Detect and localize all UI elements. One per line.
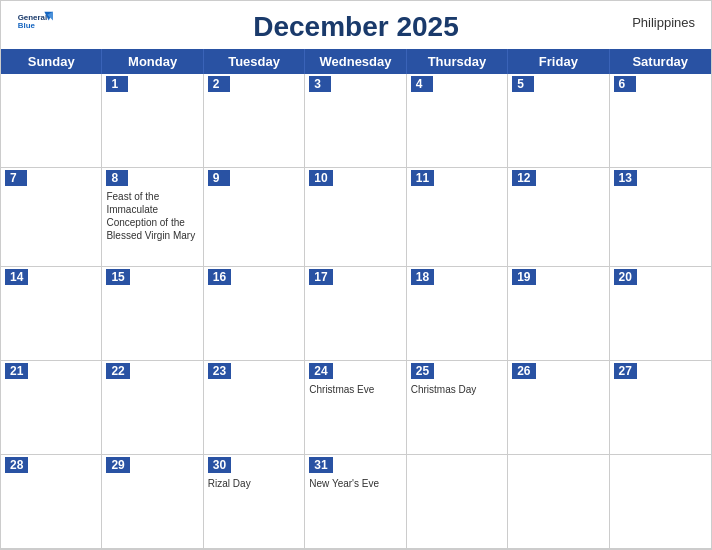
date-num: 5 — [512, 76, 534, 92]
cell-w1-sun — [1, 74, 102, 168]
cell-w1-tue: 2 — [204, 74, 305, 168]
date-num — [614, 457, 636, 459]
date-num: 23 — [208, 363, 231, 379]
cell-w1-fri: 5 — [508, 74, 609, 168]
date-num: 24 — [309, 363, 332, 379]
date-num: 17 — [309, 269, 332, 285]
cell-w3-tue: 16 — [204, 267, 305, 361]
cell-w5-mon: 29 — [102, 455, 203, 549]
date-num: 25 — [411, 363, 434, 379]
cell-w4-wed: 24 Christmas Eve — [305, 361, 406, 455]
event-immaculate-conception: Feast of the Immaculate Conception of th… — [106, 190, 198, 242]
event-christmas-day: Christmas Day — [411, 383, 503, 396]
date-num — [411, 457, 433, 459]
cell-w3-fri: 19 — [508, 267, 609, 361]
cell-w3-sun: 14 — [1, 267, 102, 361]
day-monday: Monday — [102, 49, 203, 74]
date-num: 9 — [208, 170, 230, 186]
event-rizal-day: Rizal Day — [208, 477, 300, 490]
cell-w5-thu — [407, 455, 508, 549]
date-num: 4 — [411, 76, 433, 92]
date-num: 21 — [5, 363, 28, 379]
day-tuesday: Tuesday — [204, 49, 305, 74]
logo: General Blue — [17, 9, 53, 37]
day-friday: Friday — [508, 49, 609, 74]
date-num: 26 — [512, 363, 535, 379]
date-num: 27 — [614, 363, 637, 379]
calendar-grid: 1 2 3 4 5 6 7 8 Feast of the Immaculate … — [1, 74, 711, 549]
date-num: 20 — [614, 269, 637, 285]
cell-w5-fri — [508, 455, 609, 549]
cell-w2-wed: 10 — [305, 168, 406, 267]
cell-w5-sun: 28 — [1, 455, 102, 549]
cell-w2-fri: 12 — [508, 168, 609, 267]
cell-w5-tue: 30 Rizal Day — [204, 455, 305, 549]
date-num: 2 — [208, 76, 230, 92]
cell-w1-sat: 6 — [610, 74, 711, 168]
cell-w3-thu: 18 — [407, 267, 508, 361]
cell-w4-tue: 23 — [204, 361, 305, 455]
country-label: Philippines — [632, 15, 695, 30]
day-saturday: Saturday — [610, 49, 711, 74]
date-num: 31 — [309, 457, 332, 473]
date-num: 16 — [208, 269, 231, 285]
logo-icon: General Blue — [17, 9, 53, 37]
date-num: 12 — [512, 170, 535, 186]
calendar-header: General Blue December 2025 Philippines — [1, 1, 711, 49]
cell-w4-sat: 27 — [610, 361, 711, 455]
cell-w1-thu: 4 — [407, 74, 508, 168]
cell-w1-wed: 3 — [305, 74, 406, 168]
date-num: 8 — [106, 170, 128, 186]
event-new-years-eve: New Year's Eve — [309, 477, 401, 490]
date-num: 22 — [106, 363, 129, 379]
calendar-title: December 2025 — [253, 11, 458, 43]
day-thursday: Thursday — [407, 49, 508, 74]
cell-w3-mon: 15 — [102, 267, 203, 361]
cell-w4-fri: 26 — [508, 361, 609, 455]
calendar: General Blue December 2025 Philippines S… — [0, 0, 712, 550]
days-header: Sunday Monday Tuesday Wednesday Thursday… — [1, 49, 711, 74]
day-sunday: Sunday — [1, 49, 102, 74]
cell-w2-tue: 9 — [204, 168, 305, 267]
cell-w4-mon: 22 — [102, 361, 203, 455]
day-wednesday: Wednesday — [305, 49, 406, 74]
cell-w1-mon: 1 — [102, 74, 203, 168]
cell-w3-wed: 17 — [305, 267, 406, 361]
cell-w4-sun: 21 — [1, 361, 102, 455]
cell-w5-sat — [610, 455, 711, 549]
date-num: 13 — [614, 170, 637, 186]
date-num: 11 — [411, 170, 434, 186]
date-num: 7 — [5, 170, 27, 186]
date-num: 10 — [309, 170, 332, 186]
date-num: 28 — [5, 457, 28, 473]
cell-w5-wed: 31 New Year's Eve — [305, 455, 406, 549]
cell-w2-thu: 11 — [407, 168, 508, 267]
date-num: 6 — [614, 76, 636, 92]
cell-w2-sun: 7 — [1, 168, 102, 267]
date-num: 14 — [5, 269, 28, 285]
date-num: 1 — [106, 76, 128, 92]
date-num: 19 — [512, 269, 535, 285]
event-christmas-eve: Christmas Eve — [309, 383, 401, 396]
date-num: 18 — [411, 269, 434, 285]
date-num — [512, 457, 534, 459]
date-num: 3 — [309, 76, 331, 92]
cell-w2-sat: 13 — [610, 168, 711, 267]
cell-w4-thu: 25 Christmas Day — [407, 361, 508, 455]
date-num: 30 — [208, 457, 231, 473]
date-num — [5, 76, 27, 78]
date-num: 29 — [106, 457, 129, 473]
cell-w2-mon: 8 Feast of the Immaculate Conception of … — [102, 168, 203, 267]
date-num: 15 — [106, 269, 129, 285]
svg-text:Blue: Blue — [18, 21, 36, 30]
cell-w3-sat: 20 — [610, 267, 711, 361]
